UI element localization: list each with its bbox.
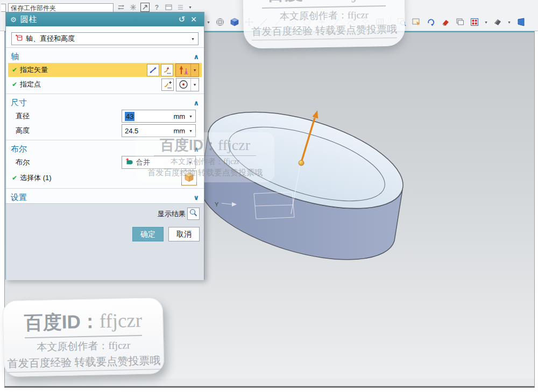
height-label: 高度 — [11, 126, 122, 136]
view-layout-caret-icon[interactable]: ▼ — [484, 20, 488, 24]
inferred-point-group: ▼ — [176, 78, 199, 91]
point-options-caret-icon[interactable]: ▼ — [190, 79, 199, 91]
height-value[interactable]: 24.5 — [125, 127, 138, 135]
magnifier-icon — [189, 208, 198, 219]
clipped-control-fragment — [1, 4, 6, 12]
type-dropdown[interactable]: 轴、直径和高度 ▼ — [11, 32, 199, 45]
section-header-settings[interactable]: 设置 ∨ — [6, 191, 204, 203]
help-icon[interactable]: ? — [153, 3, 161, 11]
nx-app-window: ? ▼ ▼ — [0, 0, 538, 392]
section-header-dimensions[interactable]: 尺寸 ∧ — [6, 97, 204, 109]
watermark-sticker-middle: 百度ID：ffjczr 本文原创作者：ffjczr 首发百度经验 转载要点赞投票… — [136, 132, 274, 182]
cylinder-type-icon — [15, 34, 23, 44]
ok-button[interactable]: 确定 — [132, 227, 164, 241]
diameter-value[interactable]: 43 — [125, 112, 134, 121]
list-icon[interactable] — [176, 3, 185, 11]
dialog-title: 圆柱 — [20, 15, 176, 25]
eraser-icon[interactable] — [441, 17, 450, 27]
diameter-field[interactable]: 43 mm ▼ — [122, 110, 196, 123]
diameter-unit[interactable]: mm — [173, 112, 185, 120]
window-icon[interactable] — [165, 3, 173, 11]
specify-vector-label: 指定矢量 — [20, 65, 145, 75]
send-arrows-icon[interactable] — [117, 3, 125, 11]
quick-access-caret-icon[interactable]: ▼ — [188, 5, 192, 9]
type-dropdown-value: 轴、直径和高度 — [26, 34, 191, 44]
separator — [6, 188, 204, 189]
show-result-label: 显示结果 — [158, 209, 186, 219]
watermark-id-line: 百度ID：ffjczr — [138, 136, 272, 155]
view-layout-icon[interactable] — [470, 17, 479, 27]
type-caret-icon: ▼ — [191, 37, 195, 41]
check-icon: ✔ — [12, 81, 17, 88]
layers-icon[interactable] — [455, 17, 465, 27]
solid-cube-icon[interactable] — [230, 17, 239, 27]
watermark-sticker-top: 百度ID：ffjczr 本文原创作者：ffjczr 首发百度经验 转载要点赞投票… — [243, 0, 406, 49]
separator — [6, 94, 204, 95]
section-header-axis[interactable]: 轴 ∧ — [6, 51, 204, 62]
inferred-vector-icon[interactable] — [176, 64, 190, 76]
active-command-icon[interactable] — [141, 3, 149, 11]
inferred-point-icon[interactable] — [176, 79, 190, 91]
clipped-edge-icon[interactable] — [516, 17, 526, 27]
specify-vector-row[interactable]: ✔ 指定矢量 ▼ — [8, 63, 202, 77]
watermark-footer-line: 首发百度经验 转载要点赞投票哦 — [7, 353, 161, 373]
watermark-id-line: 百度ID：ffjczr — [3, 308, 163, 336]
watermark-author-line: 本文原创作者：ffjczr — [138, 157, 272, 167]
pan-window-icon[interactable] — [412, 17, 421, 27]
vector-options-caret-icon[interactable]: ▼ — [190, 64, 199, 76]
separator — [6, 47, 204, 48]
unite-icon — [125, 158, 133, 167]
check-icon: ✔ — [12, 174, 17, 182]
dialog-titlebar[interactable]: ⚙ 圆柱 ↺ × — [6, 12, 204, 26]
show-result-row: 显示结果 — [10, 208, 200, 220]
diameter-row: 直径 43 mm ▼ — [8, 109, 202, 123]
wireframe-sphere-icon[interactable] — [215, 17, 225, 27]
inferred-vector-group: ▼ — [175, 63, 199, 77]
tool-caret-icon[interactable]: ▼ — [207, 20, 210, 24]
watermark-footer-line: 首发百度经验 转载要点赞投票哦 — [251, 23, 397, 41]
dialog-footer: 显示结果 确定 取消 — [6, 203, 204, 280]
unit-caret-icon[interactable]: ▼ — [189, 115, 193, 118]
watermark-sticker-bottom: 百度ID：ffjczr 本文原创作者：ffjczr 首发百度经验 转载要点赞投票… — [3, 297, 165, 377]
reset-button[interactable]: ↺ — [176, 14, 188, 25]
asterisk-icon[interactable] — [129, 3, 137, 11]
diameter-label: 直径 — [11, 111, 122, 121]
close-button[interactable]: × — [188, 14, 200, 25]
status-bar — [4, 379, 535, 388]
cancel-button[interactable]: 取消 — [168, 227, 200, 241]
expand-chevron-icon[interactable]: ∨ — [193, 194, 199, 202]
collapse-chevron-icon[interactable]: ∧ — [193, 99, 199, 107]
boolean-label: 布尔 — [11, 158, 122, 167]
render-style-icon[interactable] — [493, 17, 502, 27]
gear-icon: ⚙ — [10, 16, 17, 24]
rotate-icon[interactable] — [426, 17, 436, 27]
show-result-button[interactable] — [187, 208, 200, 220]
specify-point-row[interactable]: ✔ 指定点 ▼ — [8, 77, 202, 91]
check-icon: ✔ — [12, 66, 17, 74]
dialog-buttons: 确定 取消 — [10, 227, 200, 241]
point-dialog-button[interactable] — [161, 79, 174, 91]
two-point-vector-button[interactable] — [147, 64, 159, 76]
specify-point-label: 指定点 — [20, 80, 160, 89]
collapse-chevron-icon[interactable]: ∧ — [193, 53, 199, 61]
render-style-caret-icon[interactable]: ▼ — [507, 20, 511, 24]
watermark-rule — [154, 155, 256, 156]
watermark-rule — [25, 335, 142, 339]
toolbar-row-quick-access: ? ▼ — [117, 3, 192, 11]
watermark-footer-line: 首发百度经验 转载要点赞投票哦 — [138, 168, 272, 178]
vector-dialog-button[interactable] — [161, 64, 173, 76]
